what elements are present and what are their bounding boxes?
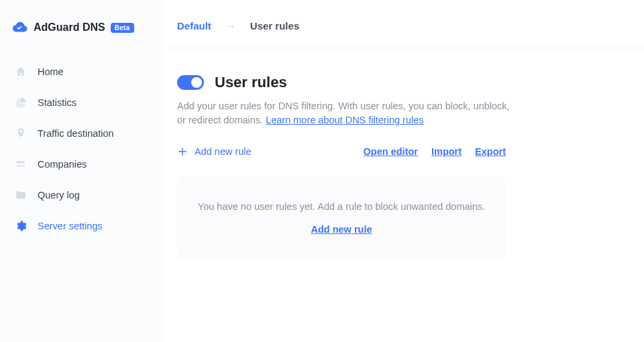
- sidebar-item-server-settings[interactable]: Server settings: [0, 211, 162, 241]
- plus-icon: [177, 146, 188, 157]
- empty-state-add-rule-link[interactable]: Add new rule: [311, 224, 372, 235]
- stack-icon: [15, 158, 27, 170]
- gear-icon: [15, 220, 27, 232]
- sidebar-item-label: Traffic destination: [38, 128, 114, 139]
- sidebar-item-label: Statistics: [38, 97, 76, 108]
- breadcrumb-current: User rules: [250, 20, 299, 32]
- import-link[interactable]: Import: [431, 146, 462, 157]
- svg-rect-0: [17, 162, 25, 164]
- title-row: User rules: [177, 74, 629, 91]
- content: User rules Add your user rules for DNS f…: [162, 48, 644, 274]
- sidebar-item-traffic-destination[interactable]: Traffic destination: [0, 118, 162, 149]
- arrow-right-icon: →: [226, 21, 235, 32]
- user-rules-toggle[interactable]: [177, 75, 204, 90]
- main: Default → User rules User rules Add your…: [162, 0, 644, 342]
- folder-icon: [15, 189, 27, 201]
- cloud-check-icon: [11, 19, 28, 36]
- export-link[interactable]: Export: [475, 146, 506, 157]
- breadcrumb-root[interactable]: Default: [177, 20, 211, 32]
- brand-name: AdGuard DNS: [34, 21, 105, 34]
- sidebar-item-companies[interactable]: Companies: [0, 149, 162, 180]
- learn-more-link[interactable]: Learn more about DNS filtering rules: [266, 115, 423, 125]
- pie-icon: [15, 97, 27, 109]
- pin-icon: [15, 127, 27, 139]
- action-links: Open editor Import Export: [364, 146, 506, 157]
- home-icon: [15, 66, 27, 78]
- beta-badge: Beta: [111, 23, 134, 33]
- svg-rect-1: [17, 165, 25, 167]
- empty-state-card: You have no user rules yet. Add a rule t…: [177, 176, 506, 260]
- empty-state-text: You have no user rules yet. Add a rule t…: [197, 200, 486, 214]
- page-description: Add your user rules for DNS filtering. W…: [177, 99, 519, 127]
- actions-row: Add new rule Open editor Import Export: [177, 146, 506, 157]
- sidebar-item-statistics[interactable]: Statistics: [0, 87, 162, 118]
- open-editor-link[interactable]: Open editor: [364, 146, 418, 157]
- add-new-rule-label: Add new rule: [195, 146, 252, 157]
- page-title: User rules: [215, 74, 287, 91]
- brand: AdGuard DNS Beta: [0, 13, 162, 56]
- breadcrumb: Default → User rules: [162, 0, 644, 48]
- sidebar-item-label: Companies: [38, 159, 87, 170]
- sidebar-item-label: Server settings: [38, 221, 103, 231]
- sidebar-item-query-log[interactable]: Query log: [0, 180, 162, 211]
- sidebar-nav: Home Statistics Traffic destination Comp…: [0, 56, 162, 241]
- add-new-rule-button[interactable]: Add new rule: [177, 146, 252, 157]
- toggle-knob: [191, 77, 202, 88]
- sidebar-item-label: Home: [38, 66, 64, 77]
- sidebar-item-home[interactable]: Home: [0, 56, 162, 87]
- sidebar-item-label: Query log: [38, 190, 80, 201]
- sidebar: AdGuard DNS Beta Home Statistics Traf: [0, 0, 162, 342]
